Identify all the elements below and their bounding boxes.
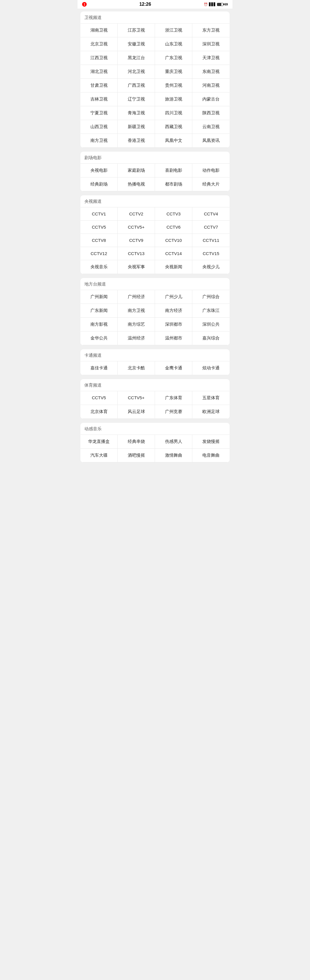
channel-cell[interactable]: 嘉佳卡通: [80, 361, 118, 375]
channel-cell[interactable]: CCTV10: [155, 234, 192, 247]
channel-cell[interactable]: 广州综合: [192, 290, 230, 304]
channel-cell[interactable]: 云南卫视: [192, 120, 230, 134]
channel-cell[interactable]: 广州少儿: [155, 290, 192, 304]
channel-cell[interactable]: 甘肃卫视: [80, 79, 118, 92]
channel-cell[interactable]: 重庆卫视: [155, 65, 192, 79]
channel-cell[interactable]: 南方卫视: [80, 134, 118, 148]
channel-cell[interactable]: 华龙直播盒: [80, 435, 118, 449]
channel-cell[interactable]: 酒吧慢摇: [118, 449, 155, 463]
channel-cell[interactable]: 金鹰卡通: [155, 361, 192, 375]
channel-cell[interactable]: CCTV12: [80, 247, 118, 260]
channel-cell[interactable]: 深圳都市: [155, 318, 192, 331]
channel-cell[interactable]: 汽车大碟: [80, 449, 118, 463]
channel-cell[interactable]: CCTV2: [118, 207, 155, 221]
channel-cell[interactable]: 江苏卫视: [118, 24, 155, 37]
channel-cell[interactable]: 欧洲足球: [192, 405, 230, 419]
channel-cell[interactable]: 东方卫视: [192, 24, 230, 37]
channel-cell[interactable]: 湖北卫视: [80, 65, 118, 79]
channel-cell[interactable]: CCTV9: [118, 234, 155, 247]
channel-cell[interactable]: 青海卫视: [118, 106, 155, 120]
channel-cell[interactable]: 南方经济: [155, 304, 192, 318]
channel-cell[interactable]: 央视电影: [80, 164, 118, 178]
channel-cell[interactable]: 央视少儿: [192, 260, 230, 274]
channel-cell[interactable]: 东南卫视: [192, 65, 230, 79]
channel-cell[interactable]: 广东卫视: [155, 51, 192, 65]
channel-cell[interactable]: 四川卫视: [155, 106, 192, 120]
channel-cell[interactable]: CCTV11: [192, 234, 230, 247]
channel-cell[interactable]: 北京卫视: [80, 37, 118, 51]
channel-cell[interactable]: 炫动卡通: [192, 361, 230, 375]
channel-cell[interactable]: 深圳卫视: [192, 37, 230, 51]
channel-cell[interactable]: 宁夏卫视: [80, 106, 118, 120]
channel-cell[interactable]: 伤感男人: [155, 435, 192, 449]
channel-cell[interactable]: 热播电视: [118, 178, 155, 191]
channel-cell[interactable]: 吉林卫视: [80, 92, 118, 106]
channel-cell[interactable]: 凤凰资讯: [192, 134, 230, 148]
channel-cell[interactable]: 激情舞曲: [155, 449, 192, 463]
channel-cell[interactable]: CCTV5+: [118, 221, 155, 234]
channel-cell[interactable]: 经典大片: [192, 178, 230, 191]
channel-cell[interactable]: 南方影视: [80, 318, 118, 331]
channel-cell[interactable]: 动作电影: [192, 164, 230, 178]
channel-cell[interactable]: 河北卫视: [118, 65, 155, 79]
channel-cell[interactable]: 家庭剧场: [118, 164, 155, 178]
channel-cell[interactable]: 贵州卫视: [155, 79, 192, 92]
channel-cell[interactable]: 广东新闻: [80, 304, 118, 318]
channel-cell[interactable]: 南方综艺: [118, 318, 155, 331]
channel-cell[interactable]: 温州经济: [118, 331, 155, 345]
channel-cell[interactable]: 黑龙江台: [118, 51, 155, 65]
channel-cell[interactable]: CCTV5: [80, 391, 118, 405]
channel-cell[interactable]: 温州都市: [155, 331, 192, 345]
channel-cell[interactable]: 央视新闻: [155, 260, 192, 274]
channel-cell[interactable]: 电音舞曲: [192, 449, 230, 463]
channel-cell[interactable]: 五星体育: [192, 391, 230, 405]
channel-cell[interactable]: CCTV15: [192, 247, 230, 260]
channel-cell[interactable]: 风云足球: [118, 405, 155, 419]
channel-cell[interactable]: 南方卫视: [118, 304, 155, 318]
channel-cell[interactable]: CCTV6: [155, 221, 192, 234]
channel-cell[interactable]: 经典剧场: [80, 178, 118, 191]
channel-cell[interactable]: 天津卫视: [192, 51, 230, 65]
channel-cell[interactable]: 央视音乐: [80, 260, 118, 274]
channel-cell[interactable]: 辽宁卫视: [118, 92, 155, 106]
channel-cell[interactable]: CCTV3: [155, 207, 192, 221]
channel-cell[interactable]: 江西卫视: [80, 51, 118, 65]
channel-cell[interactable]: 央视军事: [118, 260, 155, 274]
channel-cell[interactable]: 喜剧电影: [155, 164, 192, 178]
channel-cell[interactable]: CCTV8: [80, 234, 118, 247]
channel-cell[interactable]: CCTV4: [192, 207, 230, 221]
channel-cell[interactable]: 陕西卫视: [192, 106, 230, 120]
channel-cell[interactable]: 都市剧场: [155, 178, 192, 191]
channel-cell[interactable]: 广西卫视: [118, 79, 155, 92]
channel-cell[interactable]: 河南卫视: [192, 79, 230, 92]
channel-cell[interactable]: CCTV7: [192, 221, 230, 234]
channel-cell[interactable]: 广州竞赛: [155, 405, 192, 419]
channel-cell[interactable]: 山东卫视: [155, 37, 192, 51]
channel-cell[interactable]: CCTV5: [80, 221, 118, 234]
channel-cell[interactable]: 经典串烧: [118, 435, 155, 449]
channel-cell[interactable]: CCTV14: [155, 247, 192, 260]
channel-cell[interactable]: 旅游卫视: [155, 92, 192, 106]
channel-cell[interactable]: 凤凰中文: [155, 134, 192, 148]
channel-cell[interactable]: 深圳公共: [192, 318, 230, 331]
channel-cell[interactable]: 新疆卫视: [118, 120, 155, 134]
channel-cell[interactable]: CCTV13: [118, 247, 155, 260]
channel-cell[interactable]: 浙江卫视: [155, 24, 192, 37]
channel-cell[interactable]: CCTV5+: [118, 391, 155, 405]
channel-cell[interactable]: CCTV1: [80, 207, 118, 221]
channel-cell[interactable]: 广东体育: [155, 391, 192, 405]
channel-cell[interactable]: 广州经济: [118, 290, 155, 304]
channel-cell[interactable]: 金华公共: [80, 331, 118, 345]
channel-cell[interactable]: 安徽卫视: [118, 37, 155, 51]
channel-cell[interactable]: 广东珠江: [192, 304, 230, 318]
channel-cell[interactable]: 内蒙古台: [192, 92, 230, 106]
channel-cell[interactable]: 湖南卫视: [80, 24, 118, 37]
channel-cell[interactable]: 发烧慢摇: [192, 435, 230, 449]
channel-cell[interactable]: 山西卫视: [80, 120, 118, 134]
channel-cell[interactable]: 广州新闻: [80, 290, 118, 304]
channel-cell[interactable]: 西藏卫视: [155, 120, 192, 134]
channel-cell[interactable]: 北京体育: [80, 405, 118, 419]
channel-cell[interactable]: 嘉兴综合: [192, 331, 230, 345]
channel-cell[interactable]: 北京卡酷: [118, 361, 155, 375]
channel-cell[interactable]: 香港卫视: [118, 134, 155, 148]
